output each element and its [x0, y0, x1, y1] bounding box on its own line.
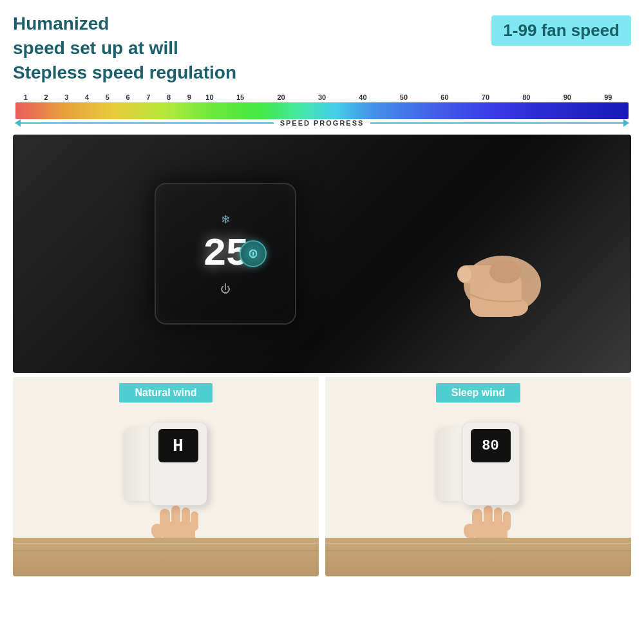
speed-numbers: 1 2 3 4 5 6 7 8 9 10 15 20 30 40 50 60 7…: [13, 93, 631, 101]
fan-speed-badge: 1-99 fan speed: [491, 15, 631, 46]
speed-num-60: 60: [424, 93, 465, 101]
speed-num-99: 99: [588, 93, 629, 101]
speed-num-40: 40: [343, 93, 383, 101]
speed-num-20: 20: [261, 93, 301, 101]
speed-num-15: 15: [220, 93, 260, 101]
natural-wind-label: Natural wind: [119, 383, 212, 402]
sleep-wind-card: Sleep wind 80: [325, 377, 631, 576]
arrow-left: [15, 122, 274, 124]
power-icon: ⏻: [220, 283, 231, 295]
svg-point-5: [459, 267, 471, 282]
natural-wood-floor: [13, 538, 319, 576]
svg-rect-9: [182, 507, 190, 530]
sleep-wind-device: 80: [462, 422, 520, 506]
speed-num-80: 80: [506, 93, 547, 101]
speed-num-7: 7: [138, 93, 158, 101]
speed-bar-section: 1 2 3 4 5 6 7 8 9 10 15 20 30 40 50 60 7…: [0, 91, 644, 131]
touch-button[interactable]: ⏼: [240, 240, 267, 267]
speed-num-70: 70: [465, 93, 506, 101]
speed-num-4: 4: [77, 93, 97, 101]
speed-num-2: 2: [36, 93, 57, 101]
middle-section: ❄ 25 ⏻ ⏼: [13, 135, 631, 373]
speed-num-8: 8: [158, 93, 179, 101]
speed-num-50: 50: [383, 93, 424, 101]
sleep-screen: 80: [471, 429, 511, 462]
svg-rect-16: [503, 511, 511, 531]
sleep-wind-label: Sleep wind: [436, 383, 521, 402]
svg-point-3: [489, 260, 522, 283]
device-panel: ❄ 25 ⏻ ⏼: [155, 183, 296, 325]
speed-progress-label: SPEED PROGRESS: [280, 119, 365, 127]
arrow-row: SPEED PROGRESS: [15, 119, 629, 127]
speed-num-90: 90: [547, 93, 587, 101]
sleep-wood-floor: [325, 538, 631, 576]
speed-num-5: 5: [97, 93, 118, 101]
top-section: Humanized speed set up at will Stepless …: [0, 0, 644, 91]
fan-icon: ❄: [221, 213, 231, 227]
bottom-section: Natural wind H: [13, 377, 631, 576]
hand-svg: [412, 182, 592, 362]
natural-screen: H: [158, 429, 198, 462]
svg-rect-15: [494, 507, 502, 530]
headline: Humanized speed set up at will Stepless …: [13, 12, 236, 84]
speed-num-10: 10: [200, 93, 220, 101]
gradient-bar: [15, 102, 629, 119]
speed-num-1: 1: [15, 93, 36, 101]
speed-num-6: 6: [118, 93, 138, 101]
speed-num-3: 3: [56, 93, 77, 101]
speed-num-30: 30: [301, 93, 342, 101]
svg-rect-10: [191, 511, 198, 531]
arrow-right: [370, 122, 629, 124]
natural-wind-device: H: [149, 422, 207, 506]
natural-wind-card: Natural wind H: [13, 377, 319, 576]
svg-rect-14: [484, 506, 493, 530]
speed-num-9: 9: [179, 93, 200, 101]
svg-rect-8: [171, 506, 180, 530]
